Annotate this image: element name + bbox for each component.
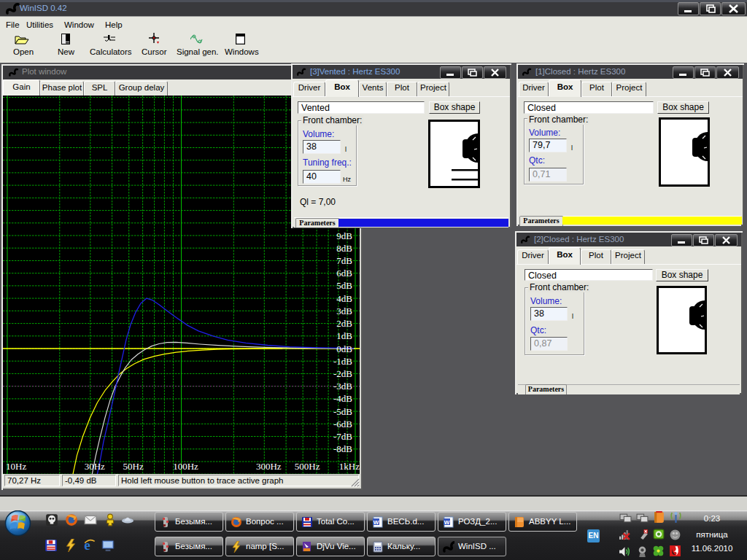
svg-text:9dB: 9dB: [336, 230, 352, 241]
svg-text:2dB: 2dB: [336, 318, 352, 329]
svg-text:-8dB: -8dB: [333, 443, 352, 454]
svg-text:8dB: 8dB: [336, 243, 352, 254]
svg-text:50Hz: 50Hz: [123, 461, 144, 472]
svg-text:-6dB: -6dB: [333, 419, 352, 429]
svg-text:30Hz: 30Hz: [85, 461, 105, 472]
svg-text:300Hz: 300Hz: [256, 461, 282, 472]
svg-text:W: W: [444, 519, 450, 526]
svg-text:-2dB: -2dB: [333, 368, 352, 379]
svg-text:10Hz: 10Hz: [6, 461, 26, 472]
svg-text:-5dB: -5dB: [333, 406, 352, 417]
svg-text:-4dB: -4dB: [333, 393, 352, 404]
svg-text:7dB: 7dB: [336, 255, 352, 266]
svg-text:-3dB: -3dB: [333, 381, 352, 392]
svg-text:1kHz: 1kHz: [339, 461, 360, 472]
svg-text:4dB: 4dB: [336, 293, 352, 304]
svg-text:1dB: 1dB: [336, 330, 352, 341]
svg-text:0dB: 0dB: [336, 343, 352, 354]
svg-text:-7dB: -7dB: [333, 431, 352, 442]
svg-text:500Hz: 500Hz: [295, 461, 320, 472]
svg-text:5dB: 5dB: [336, 280, 352, 291]
svg-text:3dB: 3dB: [336, 306, 352, 316]
svg-text:W: W: [374, 519, 379, 526]
svg-text:-1dB: -1dB: [333, 356, 352, 367]
svg-text:100Hz: 100Hz: [173, 461, 198, 472]
svg-text:6dB: 6dB: [336, 268, 352, 279]
